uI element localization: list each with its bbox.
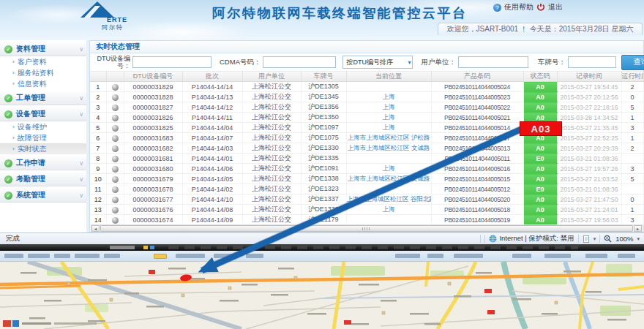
cell-status: E0 xyxy=(523,154,557,164)
cell-icon xyxy=(106,174,124,184)
page-title: 阿尔特物联网车载终端智能管控云平台 xyxy=(212,4,468,22)
table-row[interactable]: 200000031828P14044-14/13上海松江公交沪DE1345上海P… xyxy=(90,92,643,102)
group-check-icon: ✓ xyxy=(4,110,12,118)
cell-batch: P14044-14/03 xyxy=(182,143,242,154)
cell-barcode: PB024510114044005014 xyxy=(431,123,523,133)
dtu-input[interactable] xyxy=(132,56,211,68)
sidebar-item-0-1[interactable]: ›服务站资料 xyxy=(0,67,86,78)
group-check-icon: ✓ xyxy=(4,192,12,200)
table-row[interactable]: 800000031681P14044-14/01上海松江公交沪DE1335PB0… xyxy=(90,154,643,164)
cell-no: 13 xyxy=(90,205,106,215)
cell-status: A0 xyxy=(523,164,557,174)
street-map[interactable] xyxy=(0,262,644,329)
table-row[interactable]: 900000031680P14044-14/06上海松江公交沪DE1091上海P… xyxy=(90,164,643,174)
device-status-icon xyxy=(112,186,119,193)
group-label: 考勤管理 xyxy=(16,174,75,184)
table-row[interactable]: 1200000031677P14044-14/10上海松江公交沪DE1337上海… xyxy=(90,194,643,205)
cell-time: 2015-03-27 21:47:50 xyxy=(557,194,621,205)
cell-loc xyxy=(346,184,431,194)
cell-run: 1 xyxy=(621,205,643,215)
cell-status: A0 xyxy=(523,143,557,154)
cell-loc xyxy=(346,82,431,92)
chevron-down-icon[interactable]: ▾ xyxy=(637,236,640,242)
cell-loc[interactable]: 上海 xyxy=(346,113,431,123)
unit-input[interactable] xyxy=(458,56,528,68)
cell-loc[interactable]: 上海市上海城区松江区 文诚路 xyxy=(346,143,431,154)
cell-barcode: PB024510114044005016 xyxy=(431,164,523,174)
cell-loc[interactable]: 上海 xyxy=(346,123,431,133)
sidebar-group-3[interactable]: ✓工作申请∨ xyxy=(0,156,86,170)
cell-dtu: 00000031681 xyxy=(124,154,182,164)
sidebar-group-0[interactable]: ✓资料管理∨ xyxy=(0,42,86,56)
device-status-icon xyxy=(112,84,119,91)
cell-loc[interactable]: 上海 xyxy=(346,164,431,174)
cell-loc[interactable]: 上海市上海城区松江区 沪松路 xyxy=(346,133,431,143)
zoom-magnifier-icon[interactable] xyxy=(604,235,612,243)
cell-plate: 沪DE1345 xyxy=(301,92,346,102)
group-label: 资料管理 xyxy=(16,44,75,54)
cell-time: 2015-03-27 22:18:16 xyxy=(557,102,621,113)
group-check-icon: ✓ xyxy=(4,159,12,167)
cell-loc[interactable]: 上海 xyxy=(346,205,431,215)
scroll-left-icon[interactable]: ◂ xyxy=(91,225,100,232)
chevron-down-icon[interactable]: ▾ xyxy=(594,236,596,242)
cell-batch: P14044-14/01 xyxy=(182,154,242,164)
plate-input[interactable] xyxy=(568,56,616,68)
logout-link[interactable]: 退出 xyxy=(548,2,563,12)
horizontal-scrollbar[interactable]: ◂ ▸ xyxy=(91,224,643,232)
sidebar-item-0-2[interactable]: ›信息资料 xyxy=(0,78,86,89)
logo-triangle-icon xyxy=(80,1,114,18)
table-row[interactable]: 1300000031676P14044-14/08上海松江公交沪DE1339上海… xyxy=(90,205,643,215)
sidebar-group-4[interactable]: ✓考勤管理∨ xyxy=(0,172,86,186)
column-header-1 xyxy=(106,72,124,82)
group-check-icon: ✓ xyxy=(4,45,12,53)
search-button[interactable]: 查询 xyxy=(621,55,644,70)
cell-time: 2015-03-27 21:35:45 xyxy=(557,123,621,133)
welcome-bar: 欢迎您，JSART-B001 ！ 今天是：2015年3月28日 星期六 xyxy=(438,23,643,35)
sidebar-item-2-2[interactable]: ›实时状态 xyxy=(0,143,86,154)
table-row[interactable]: 1100000031678P14044-14/02上海松江公交沪DE1323PB… xyxy=(90,184,643,194)
cell-no: 8 xyxy=(90,154,106,164)
scrollbar-thumb[interactable] xyxy=(100,225,633,232)
help-link[interactable]: 使用帮助 xyxy=(504,2,533,12)
cell-dtu: 00000031678 xyxy=(124,184,182,194)
device-status-icon xyxy=(112,115,119,121)
map-tool-button[interactable] xyxy=(154,254,167,259)
table-row[interactable]: 100000031829P14044-14/14上海松江公交沪DE1305PB0… xyxy=(90,82,643,92)
status-done-text: 完成 xyxy=(0,234,480,243)
cell-loc[interactable]: 上海 xyxy=(346,102,431,113)
cell-barcode: PB024510114044005011 xyxy=(431,154,523,164)
scroll-right-icon[interactable]: ▸ xyxy=(634,225,642,232)
item-arrow-icon: › xyxy=(12,80,15,87)
sidebar-group-2[interactable]: ✓设备管理∨ xyxy=(0,107,86,121)
sidebar-item-2-1[interactable]: ›故障管理 xyxy=(0,132,86,143)
cell-barcode: PB024510114044005018 xyxy=(431,205,523,215)
cell-loc[interactable]: 上海 xyxy=(346,92,431,102)
cell-loc[interactable]: 上海市上海城区松江区 文诚路 xyxy=(346,174,431,184)
table-row[interactable]: 1000000031679P14044-14/05上海松江公交沪DE1338上海… xyxy=(90,174,643,184)
cell-dtu: 00000031828 xyxy=(124,92,182,102)
cell-no: 11 xyxy=(90,184,106,194)
cell-unit: 上海松江公交 xyxy=(242,133,301,143)
device-status-icon xyxy=(112,217,119,224)
sort-select[interactable]: 按DTU编号排序 ▾ xyxy=(342,56,413,69)
table-row[interactable]: 1400000031674P14044-14/09上海松江公交沪DE1179PB… xyxy=(90,215,643,225)
sidebar-group-1[interactable]: ✓工单管理∨ xyxy=(0,91,86,105)
page-icon[interactable] xyxy=(583,235,590,243)
top-nav: ? 使用帮助 退出 xyxy=(493,2,563,12)
tab-realtime-status[interactable]: 实时状态管理 xyxy=(90,41,643,53)
cell-unit: 上海松江公交 xyxy=(242,143,301,154)
cdma-input[interactable] xyxy=(263,56,336,68)
sidebar-item-2-0[interactable]: ›设备维护 xyxy=(0,121,86,132)
table-row[interactable]: 300000031827P14044-14/12上海松江公交沪DE1356上海P… xyxy=(90,102,643,113)
chevron-down-icon: ∨ xyxy=(79,111,83,118)
cell-loc[interactable]: 上海市上海城区松江区 谷阳北路 xyxy=(346,194,431,205)
table-row[interactable]: 700000031682P14044-14/03上海松江公交沪DE1330上海市… xyxy=(90,143,643,154)
cell-no: 5 xyxy=(90,123,106,133)
cell-barcode: PB024510114044005021 xyxy=(431,113,523,123)
chevron-down-icon: ∨ xyxy=(79,46,83,53)
cell-loc xyxy=(346,215,431,225)
sidebar-group-5[interactable]: ✓系统管理∨ xyxy=(0,188,86,203)
zoom-level[interactable]: 100% xyxy=(615,235,633,243)
sidebar-item-0-0[interactable]: ›客户资料 xyxy=(0,56,86,67)
